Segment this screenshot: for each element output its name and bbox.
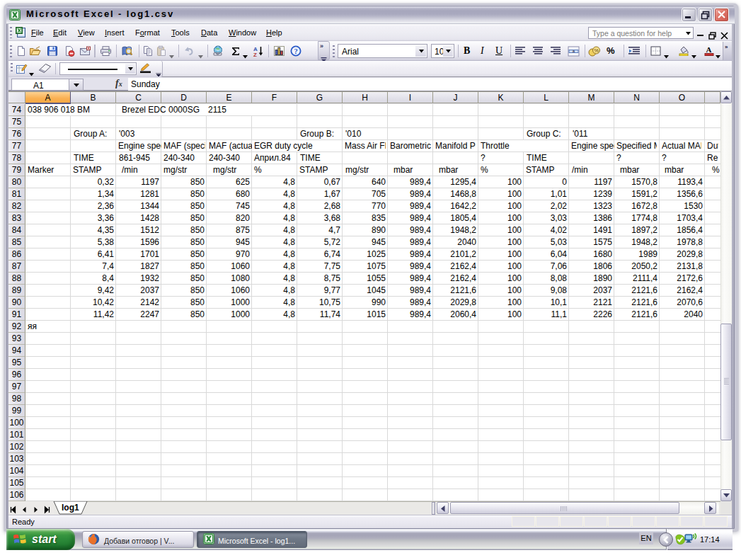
svg-text:Z: Z bbox=[253, 52, 257, 57]
svg-text:?: ? bbox=[294, 47, 297, 55]
svg-text:A: A bbox=[706, 45, 712, 54]
svg-text:%: % bbox=[594, 47, 599, 54]
